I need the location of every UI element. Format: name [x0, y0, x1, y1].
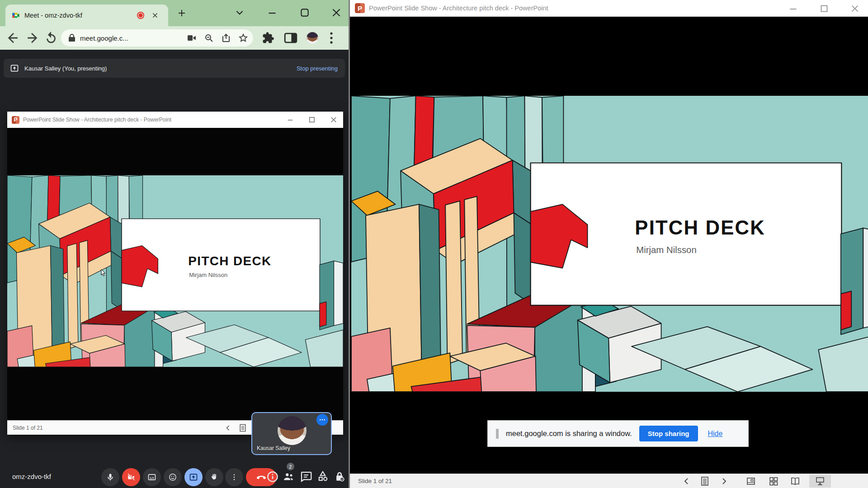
present-active-icon: [189, 473, 198, 482]
shared-close-icon: [329, 116, 338, 124]
present-screen-icon: [10, 64, 19, 73]
back-button[interactable]: [5, 30, 21, 46]
powerpoint-logo-icon: P: [12, 116, 19, 124]
host-controls-lock-icon[interactable]: [333, 470, 346, 483]
shared-maximize-icon: [307, 116, 316, 124]
stop-presenting-button[interactable]: Stop presenting: [297, 65, 338, 72]
tab-close-icon[interactable]: [151, 11, 159, 19]
chrome-maximize-button[interactable]: [298, 7, 311, 19]
address-bar[interactable]: meet.google.c...: [61, 29, 253, 47]
previous-slide-button[interactable]: [681, 476, 693, 487]
hide-toast-link[interactable]: Hide: [708, 430, 723, 438]
hand-icon: [210, 473, 219, 482]
slideshow-view-icon: [815, 476, 826, 487]
slideshow-view-button[interactable]: [809, 475, 831, 488]
slide-menu-button[interactable]: [699, 476, 711, 487]
self-avatar: [278, 416, 307, 445]
powerpoint-window-title: PowerPoint Slide Show - Architecture pit…: [369, 5, 548, 12]
chat-icon[interactable]: [299, 470, 313, 483]
chrome-tab-search-icon[interactable]: [233, 7, 246, 19]
captions-icon: [147, 473, 156, 482]
normal-view-button[interactable]: [745, 476, 757, 487]
shared-window-titlebar: P PowerPoint Slide Show - Architecture p…: [7, 112, 343, 128]
shared-prev-slide-icon: [223, 423, 233, 432]
slide-area[interactable]: [351, 96, 868, 392]
url-text: meet.google.c...: [80, 34, 184, 42]
sharing-toast: meet.google.com is sharing a window. Sto…: [487, 420, 749, 447]
share-icon[interactable]: [221, 33, 231, 43]
reload-button[interactable]: [43, 30, 59, 46]
tab-recording-indicator-icon: [137, 12, 144, 19]
more-options-button[interactable]: [225, 468, 243, 486]
forward-button[interactable]: [24, 30, 40, 46]
sharing-message: meet.google.com is sharing a window.: [506, 429, 632, 438]
meet-favicon-icon: [12, 11, 20, 19]
shared-minimize-icon: [286, 116, 295, 124]
powerpoint-statusbar: Slide 1 of 21: [350, 474, 868, 488]
phone-down-icon: [256, 472, 267, 483]
chrome-window: Meet - omz-zdvo-tkf: [0, 0, 349, 488]
stop-sharing-button[interactable]: Stop sharing: [639, 426, 698, 441]
slide-sorter-view-button[interactable]: [768, 476, 779, 487]
powerpoint-titlebar[interactable]: P PowerPoint Slide Show - Architecture p…: [350, 0, 868, 17]
toast-drag-handle-icon[interactable]: [496, 429, 499, 439]
tab-title: Meet - omz-zdvo-tkf: [24, 12, 82, 19]
shared-slide: [7, 175, 343, 367]
tile-options-button[interactable]: [316, 414, 328, 426]
ppt-minimize-button[interactable]: [787, 3, 800, 14]
shared-slide-counter: Slide 1 of 21: [13, 425, 43, 431]
smiley-icon: [168, 473, 177, 482]
desktop: Meet - omz-zdvo-tkf: [0, 0, 868, 488]
ppt-close-button[interactable]: [848, 3, 862, 14]
reading-view-button[interactable]: [789, 476, 801, 487]
shared-window-preview: P PowerPoint Slide Show - Architecture p…: [7, 112, 343, 435]
chrome-toolbar: meet.google.c...: [0, 26, 349, 50]
zoom-out-icon[interactable]: [203, 33, 214, 43]
presenting-banner-text: Kausar Salley (You, presenting): [24, 65, 107, 72]
reactions-button[interactable]: [164, 468, 182, 486]
camera-off-button[interactable]: [122, 468, 140, 486]
side-panel-icon[interactable]: [283, 30, 298, 46]
self-video-tile[interactable]: Kausar Salley: [251, 412, 332, 455]
present-now-button[interactable]: [184, 468, 203, 486]
self-name-label: Kausar Salley: [257, 445, 290, 451]
ppt-maximize-button[interactable]: [817, 3, 831, 14]
chrome-menu-kebab-icon[interactable]: [324, 30, 339, 46]
shared-slide-menu-icon: [238, 423, 248, 432]
new-tab-button[interactable]: [176, 8, 187, 19]
mouse-cursor-icon: [100, 269, 107, 276]
lock-icon[interactable]: [66, 33, 77, 43]
slide-canvas: [351, 96, 868, 392]
camera-in-use-icon[interactable]: [186, 33, 197, 43]
chrome-close-button[interactable]: [330, 7, 343, 19]
next-slide-button[interactable]: [718, 476, 730, 487]
presenting-banner: Kausar Salley (You, presenting) Stop pre…: [4, 59, 345, 78]
shared-window-title: PowerPoint Slide Show - Architecture pit…: [23, 117, 171, 123]
powerpoint-window: P PowerPoint Slide Show - Architecture p…: [349, 0, 868, 488]
raise-hand-button[interactable]: [205, 468, 223, 486]
kebab-icon: [230, 473, 238, 481]
camera-off-icon: [127, 473, 136, 482]
meet-page: Kausar Salley (You, presenting) Stop pre…: [0, 50, 349, 488]
captions-button[interactable]: [143, 468, 161, 486]
people-icon[interactable]: [282, 470, 296, 483]
powerpoint-logo-icon: P: [355, 3, 365, 13]
extensions-puzzle-icon[interactable]: [260, 30, 276, 46]
chrome-tab-strip: Meet - omz-zdvo-tkf: [0, 0, 349, 26]
participants-count-badge: 2: [287, 463, 294, 470]
meet-control-bar: omz-zdvo-tkf: [0, 465, 349, 488]
activities-shapes-icon[interactable]: [316, 470, 330, 483]
bookmark-star-icon[interactable]: [238, 33, 249, 43]
mic-icon: [106, 473, 115, 482]
microphone-button[interactable]: [101, 468, 119, 486]
slide-counter: Slide 1 of 21: [358, 478, 392, 484]
meeting-code: omz-zdvo-tkf: [12, 473, 51, 480]
tab-meet[interactable]: Meet - omz-zdvo-tkf: [5, 5, 168, 26]
chrome-minimize-button[interactable]: [266, 7, 278, 19]
profile-avatar[interactable]: [307, 32, 318, 44]
more-dots-icon: [319, 416, 326, 423]
meeting-details-info-icon[interactable]: [266, 470, 279, 483]
